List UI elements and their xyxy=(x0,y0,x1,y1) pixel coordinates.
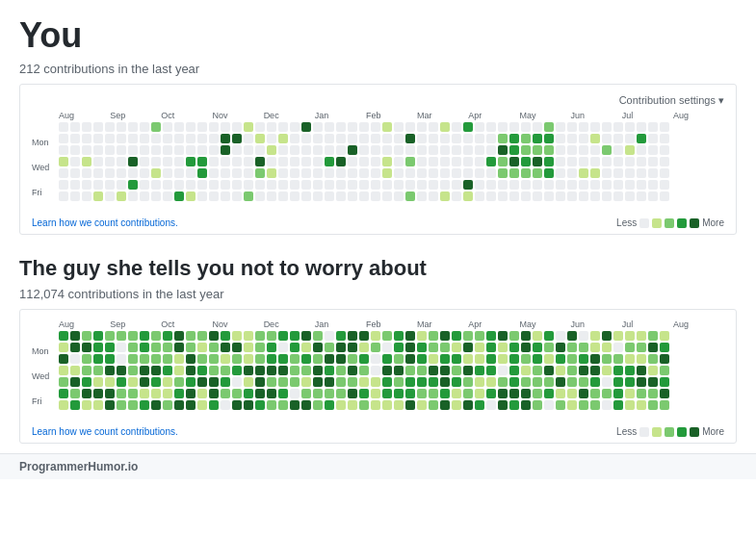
week-column xyxy=(660,122,669,201)
week-column xyxy=(255,122,265,201)
learn-link-him[interactable]: Learn how we count contributions. xyxy=(32,426,178,437)
contribution-cell xyxy=(325,191,334,201)
contribution-cell xyxy=(463,377,473,387)
contribution-cell xyxy=(82,389,91,398)
contribution-cell xyxy=(440,389,450,398)
contribution-cell xyxy=(475,122,484,132)
contribution-cell xyxy=(163,389,172,398)
contribution-cell xyxy=(533,180,542,190)
contribution-cell xyxy=(128,366,138,375)
contribution-cell xyxy=(475,400,484,410)
learn-link-you[interactable]: Learn how we count contributions. xyxy=(32,217,178,228)
contribution-cell xyxy=(93,366,103,375)
contribution-cell xyxy=(221,331,230,341)
day-label: Mon xyxy=(32,137,55,149)
contribution-cell xyxy=(637,180,646,190)
contribution-cell xyxy=(625,168,635,178)
contribution-cell xyxy=(556,157,565,166)
contribution-cell xyxy=(417,377,427,387)
week-column xyxy=(359,331,369,410)
contribution-cell xyxy=(221,377,230,387)
contribution-cell xyxy=(463,331,473,341)
week-column xyxy=(405,122,415,201)
contribution-cell xyxy=(590,366,600,375)
contribution-cell xyxy=(544,145,554,155)
contribution-cell xyxy=(128,180,138,190)
contribution-cell xyxy=(290,168,300,178)
contribution-cell xyxy=(567,134,577,143)
contribution-cell xyxy=(117,168,126,178)
contribution-cell xyxy=(359,366,369,375)
contribution-cell xyxy=(82,343,91,352)
contribution-cell xyxy=(301,157,311,166)
contribution-cell xyxy=(382,157,392,166)
contribution-cell xyxy=(59,354,68,364)
contribution-cell xyxy=(498,366,508,375)
contribution-cell xyxy=(209,343,219,352)
week-column xyxy=(128,331,138,410)
contribution-cell xyxy=(475,191,484,201)
contribution-cell xyxy=(336,191,346,201)
contribution-cell xyxy=(405,366,415,375)
contribution-cell xyxy=(174,180,184,190)
contribution-cell xyxy=(197,366,207,375)
week-column xyxy=(93,122,103,201)
contribution-cell xyxy=(509,134,519,143)
contribution-cell xyxy=(290,134,300,143)
contribution-cell xyxy=(163,191,172,201)
contribution-cell xyxy=(440,400,450,410)
legend-cell-him-2 xyxy=(665,427,674,437)
contribution-cell xyxy=(637,366,646,375)
contribution-cell xyxy=(59,180,68,190)
week-column xyxy=(348,331,357,410)
contribution-cell xyxy=(93,389,103,398)
contribution-cell xyxy=(174,366,184,375)
contribution-cell xyxy=(556,122,565,132)
contribution-cell xyxy=(486,134,496,143)
week-column xyxy=(417,122,427,201)
contribution-cell xyxy=(579,389,588,398)
contribution-cell xyxy=(117,331,126,341)
contribution-cell xyxy=(452,180,461,190)
contribution-cell xyxy=(140,331,149,341)
week-column xyxy=(117,331,126,410)
contribution-cell xyxy=(613,331,623,341)
section-him: The guy she tells you not to worry about… xyxy=(0,244,756,453)
contribution-cell xyxy=(475,354,484,364)
contribution-cell xyxy=(637,377,646,387)
contribution-cell xyxy=(301,354,311,364)
contribution-cell xyxy=(348,157,357,166)
contribution-cell xyxy=(325,180,334,190)
contribution-cell xyxy=(405,180,415,190)
contribution-cell xyxy=(325,145,334,155)
contribution-cell xyxy=(590,191,600,201)
legend-more-label-2: More xyxy=(702,426,724,437)
contribution-cell xyxy=(221,366,230,375)
contribution-cell xyxy=(475,389,484,398)
contribution-cell xyxy=(117,354,126,364)
contribution-settings-button[interactable]: Contribution settings ▾ xyxy=(619,94,724,107)
month-label: Jan xyxy=(315,111,366,120)
contribution-cell xyxy=(59,331,68,341)
week-column xyxy=(163,122,172,201)
week-column xyxy=(452,331,461,410)
month-label: Mar xyxy=(417,111,468,120)
contribution-cell xyxy=(221,122,230,132)
contribution-cell xyxy=(325,122,334,132)
contribution-cell xyxy=(359,134,369,143)
contribution-cell xyxy=(590,389,600,398)
contribution-cell xyxy=(498,122,508,132)
contribution-cell xyxy=(348,366,357,375)
contribution-cell xyxy=(336,366,346,375)
contribution-cell xyxy=(186,168,196,178)
contribution-cell xyxy=(405,389,415,398)
contribution-cell xyxy=(498,191,508,201)
contribution-cell xyxy=(186,354,196,364)
contribution-cell xyxy=(209,122,219,132)
contribution-cell xyxy=(348,343,357,352)
contribution-cell xyxy=(394,331,404,341)
contribution-cell xyxy=(440,354,450,364)
week-column xyxy=(232,331,242,410)
contribution-cell xyxy=(660,180,669,190)
contribution-cell xyxy=(567,157,577,166)
